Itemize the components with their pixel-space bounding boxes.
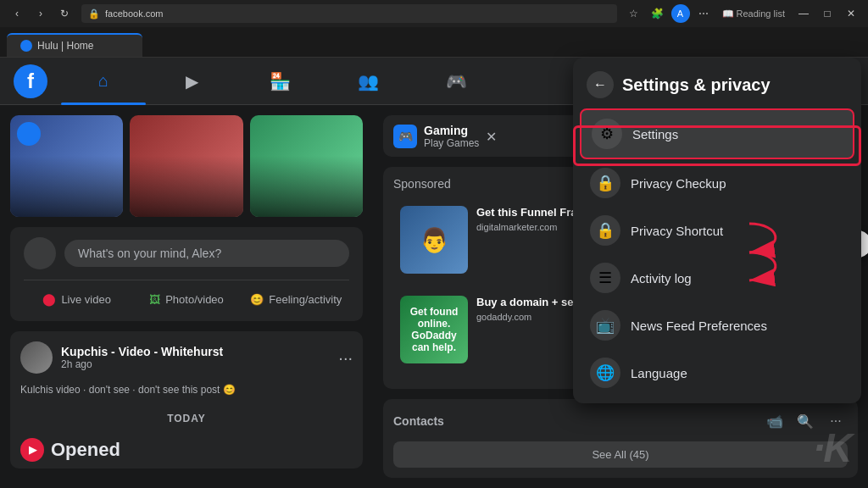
browser-menu-btn[interactable]: ⋯: [693, 3, 714, 24]
privacy-shortcut-icon: 🔒: [590, 215, 620, 246]
settings-panel-title: Settings & privacy: [622, 75, 771, 95]
post-more-btn-1[interactable]: ···: [338, 348, 353, 368]
live-video-btn[interactable]: ⬤ Live video: [24, 287, 130, 311]
news-feed-icon: 📺: [590, 310, 620, 341]
tab-label: Hulu | Home: [37, 40, 93, 52]
reading-list-btn[interactable]: 📖 Reading list: [717, 7, 790, 21]
opened-label: ▶ Opened: [10, 431, 363, 469]
settings-label-privacy-shortcut: Privacy Shortcut: [631, 224, 723, 238]
contacts-panel: Contacts 📹 🔍 ··· See All (45): [383, 399, 858, 478]
create-post-avatar: [24, 237, 56, 269]
browser-profile-btn[interactable]: A: [671, 4, 690, 23]
gaming-title-block: Gaming Play Games: [424, 124, 479, 149]
browser-right-controls: ☆ 🧩 A ⋯ 📖 Reading list — □ ✕: [624, 3, 861, 24]
contacts-icons: 📹 🔍 ···: [763, 409, 848, 433]
settings-label-settings: Settings: [632, 127, 678, 141]
create-post-box: What's on your mind, Alex? ⬤ Live video …: [10, 227, 363, 321]
minimize-btn[interactable]: —: [793, 3, 814, 24]
nav-tab-home[interactable]: ⌂: [61, 61, 146, 102]
settings-item-language[interactable]: 🌐 Language: [580, 349, 854, 396]
contacts-title: Contacts: [393, 414, 763, 428]
feeling-btn[interactable]: 😊 Feeling/activity: [243, 287, 349, 311]
create-post-actions: ⬤ Live video 🖼 Photo/video 😊 Feeling/act…: [24, 280, 349, 311]
photo-video-btn[interactable]: 🖼 Photo/video: [133, 287, 239, 311]
privacy-checkup-icon: 🔒: [590, 168, 620, 198]
ad-thumb-2: Get found online. GoDaddy can help.: [400, 296, 468, 363]
photo-icon: 🖼: [149, 293, 160, 306]
gaming-subtitle: Play Games: [424, 137, 479, 149]
see-all-label: See All (45): [592, 448, 648, 461]
settings-header: ← Settings & privacy: [573, 58, 861, 105]
post-card-1: Kupchis - Video - Whitehurst 2h ago ··· …: [10, 331, 363, 469]
photo-video-label: Photo/video: [165, 293, 224, 306]
facebook-nav-tabs: ⌂ ▶ 🏪 👥 🎮: [61, 61, 498, 102]
feeling-icon: 😊: [250, 293, 264, 306]
tab-bar: Hulu | Home: [0, 27, 868, 58]
settings-item-privacy-shortcut[interactable]: 🔒 Privacy Shortcut: [580, 207, 854, 254]
ad-thumb-1: 👨: [400, 206, 468, 274]
nav-tab-watch[interactable]: ▶: [149, 61, 234, 102]
browser-chrome: ‹ › ↻ 🔒 facebook.com ☆ 🧩 A ⋯ 📖 Reading l…: [0, 0, 868, 27]
facebook-feed: › What's on your mind, Alex? ⬤ Live vide…: [0, 105, 373, 488]
browser-refresh-btn[interactable]: ↻: [54, 3, 75, 24]
settings-label-activity-log: Activity log: [631, 271, 692, 286]
create-post-top: What's on your mind, Alex?: [24, 237, 349, 269]
post-time-1: 2h ago: [61, 358, 330, 370]
gaming-icon: 🎮: [393, 125, 417, 148]
contacts-header: Contacts 📹 🔍 ···: [393, 409, 848, 433]
story-gradient-2: [130, 115, 242, 217]
settings-label-language: Language: [631, 366, 687, 380]
story-card-1[interactable]: [10, 115, 123, 217]
browser-controls: ‹ › ↻: [7, 3, 75, 24]
nav-tab-groups[interactable]: 👥: [326, 61, 410, 102]
tab-favicon: [20, 40, 32, 52]
facebook-logo: f: [14, 64, 47, 98]
language-icon: 🌐: [590, 358, 620, 388]
settings-items-list: ⚙ Settings 🔒 Privacy Checkup 🔒 Privacy S…: [573, 105, 861, 403]
story-card-2[interactable]: [130, 115, 242, 217]
close-btn[interactable]: ✕: [841, 3, 861, 24]
settings-item-news-feed[interactable]: 📺 News Feed Preferences: [580, 302, 854, 349]
gaming-close-btn[interactable]: ✕: [486, 129, 497, 145]
address-bar[interactable]: 🔒 facebook.com: [81, 4, 617, 23]
feeling-label: Feeling/activity: [269, 293, 342, 306]
settings-back-btn[interactable]: ←: [587, 71, 614, 98]
post-name-1: Kupchis - Video - Whitehurst: [61, 345, 330, 358]
settings-label-privacy-checkup: Privacy Checkup: [631, 176, 726, 191]
see-all-contacts-btn[interactable]: See All (45): [393, 441, 848, 468]
maximize-btn[interactable]: □: [817, 3, 837, 24]
browser-forward-btn[interactable]: ›: [31, 3, 51, 24]
nav-tab-gaming[interactable]: 🎮: [414, 61, 498, 102]
post-avatar-1: [20, 341, 53, 374]
play-icon: ▶: [20, 438, 44, 462]
settings-item-activity-log[interactable]: ☰ Activity log: [580, 254, 854, 302]
activity-log-icon: ☰: [590, 263, 620, 293]
story-gradient-3: [250, 115, 363, 217]
settings-label-news-feed: News Feed Preferences: [631, 319, 767, 333]
settings-panel: ← Settings & privacy ⚙ Settings 🔒 Privac…: [573, 58, 861, 403]
address-url: facebook.com: [105, 8, 163, 19]
story-card-3[interactable]: [250, 115, 363, 217]
browser-extensions-btn[interactable]: 🧩: [648, 3, 668, 24]
nav-tab-marketplace[interactable]: 🏪: [237, 61, 322, 102]
contacts-more-btn[interactable]: ···: [824, 409, 848, 433]
browser-back-btn[interactable]: ‹: [7, 3, 27, 24]
contacts-search-btn[interactable]: 🔍: [793, 409, 817, 433]
settings-item-privacy-checkup[interactable]: 🔒 Privacy Checkup: [580, 159, 854, 207]
today-label: TODAY: [10, 406, 363, 431]
post-text-1: Kulchis video · don't see · don't see th…: [10, 384, 363, 406]
post-info-1: Kupchis - Video - Whitehurst 2h ago: [61, 345, 330, 370]
browser-star-btn[interactable]: ☆: [624, 3, 644, 24]
settings-item-settings[interactable]: ⚙ Settings: [580, 108, 854, 159]
opened-text: Opened: [51, 439, 120, 461]
stories-row: ›: [10, 115, 363, 217]
active-tab[interactable]: Hulu | Home: [7, 33, 142, 57]
live-video-icon: ⬤: [42, 292, 56, 306]
live-video-label: Live video: [61, 293, 111, 306]
story-avatar-1: [17, 122, 41, 146]
gaming-title: Gaming: [424, 124, 479, 137]
create-post-input[interactable]: What's on your mind, Alex?: [64, 240, 349, 267]
contacts-video-btn[interactable]: 📹: [763, 409, 787, 433]
settings-gear-icon: ⚙: [592, 119, 622, 149]
post-header-1: Kupchis - Video - Whitehurst 2h ago ···: [10, 331, 363, 384]
